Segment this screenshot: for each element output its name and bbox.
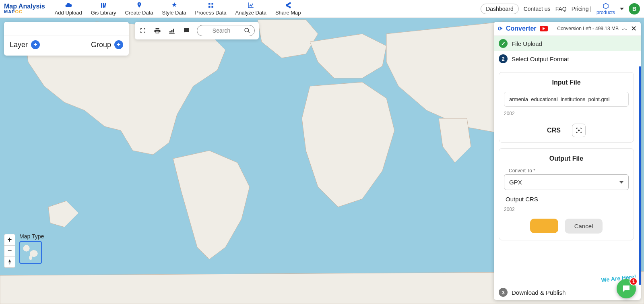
reset-bearing-button[interactable]: [4, 256, 15, 268]
chevron-down-icon: [619, 181, 623, 184]
brand[interactable]: Map Analysis MAPOG: [4, 3, 48, 14]
contact-link[interactable]: Contact us: [524, 6, 551, 12]
step-output-format[interactable]: 2 Select Output Format: [494, 51, 641, 66]
products-menu[interactable]: products: [597, 2, 615, 15]
output-file-card: Output File Convert To * GPX Output CRS …: [499, 148, 634, 240]
collapse-icon[interactable]: ︿: [622, 25, 627, 32]
add-group-button[interactable]: +: [114, 40, 123, 49]
crs-detect-button[interactable]: [572, 124, 586, 137]
refresh-icon[interactable]: ⟳: [498, 25, 503, 32]
youtube-icon[interactable]: [540, 26, 548, 31]
nav-gis-library[interactable]: Gis Library: [91, 2, 116, 16]
process-icon: [207, 2, 215, 9]
conversion-quota: Conversion Left - 499.13 MB: [557, 26, 619, 31]
input-heading: Input File: [504, 79, 629, 86]
focus-icon[interactable]: [139, 27, 147, 35]
topbar-right: Dashboard Contact us FAQ Pricing | produ…: [481, 2, 640, 15]
pricing-link[interactable]: Pricing |: [572, 6, 592, 12]
chat-icon: [621, 284, 631, 294]
step-1-label: File Upload: [512, 40, 542, 47]
layer-panel-header: [4, 22, 129, 35]
share-icon: [285, 2, 292, 9]
add-layer-button[interactable]: +: [31, 40, 40, 49]
input-crs-code: 2002: [504, 111, 629, 116]
convert-button[interactable]: [530, 219, 558, 233]
print-icon[interactable]: [153, 27, 161, 35]
svg-point-1: [578, 130, 579, 131]
converter-title: Converter: [506, 25, 537, 32]
layer-control: Layer +: [10, 40, 40, 49]
close-icon[interactable]: ✕: [631, 25, 637, 32]
layer-panel-row: Layer + Group +: [4, 35, 129, 54]
dashboard-button[interactable]: Dashboard: [481, 4, 519, 14]
scan-icon: [575, 127, 582, 134]
layer-panel: Layer + Group +: [4, 22, 129, 56]
chat-button[interactable]: 1: [617, 279, 636, 298]
zoom-controls: + −: [4, 234, 15, 268]
step-2-label: Select Output Format: [512, 56, 569, 62]
analyze-icon: [247, 2, 254, 9]
chat-badge: 1: [630, 277, 638, 285]
zoom-out-button[interactable]: −: [4, 245, 15, 256]
step-file-upload[interactable]: ✓ File Upload: [494, 36, 641, 51]
output-crs-link[interactable]: Output CRS: [506, 196, 627, 203]
chat-widget: We Are Here! 1: [617, 279, 636, 298]
convert-to-label: Convert To *: [509, 168, 629, 174]
chevron-down-icon[interactable]: [620, 8, 624, 10]
step-2-badge: 2: [499, 54, 508, 63]
compass-icon: [7, 259, 12, 265]
group-control: Group +: [91, 40, 123, 49]
map-type-thumbnail[interactable]: [19, 241, 42, 264]
check-icon: ✓: [499, 39, 508, 48]
user-avatar[interactable]: B: [629, 3, 640, 14]
pin-icon: [136, 2, 143, 9]
converter-buttons: Cancel: [504, 219, 629, 234]
nav-analyze-data[interactable]: Analyze Data: [235, 2, 266, 16]
converter-body: Input File armenia_educational_instituti…: [494, 66, 641, 285]
output-heading: Output File: [504, 155, 629, 162]
layer-label: Layer: [10, 41, 28, 49]
faq-link[interactable]: FAQ: [555, 6, 567, 12]
map-stage: Layer + Group + + − Map Type: [0, 18, 644, 304]
style-icon: [171, 2, 178, 9]
cube-icon: [602, 2, 609, 10]
nav-style-data[interactable]: Style Data: [162, 2, 186, 16]
map-toolbar: [135, 22, 259, 39]
input-file-card: Input File armenia_educational_instituti…: [499, 72, 634, 143]
search-input[interactable]: [201, 27, 242, 34]
brand-title: Map Analysis: [4, 3, 45, 10]
converter-header: ⟳ Converter Conversion Left - 499.13 MB …: [494, 22, 641, 36]
converter-panel: ⟳ Converter Conversion Left - 499.13 MB …: [494, 22, 641, 300]
step-3-badge: 3: [499, 288, 508, 297]
input-filename[interactable]: armenia_educational_institutions_point.g…: [504, 92, 629, 107]
convert-to-value: GPX: [509, 179, 522, 186]
nav-create-data[interactable]: Create Data: [125, 2, 153, 16]
search-icon: [244, 27, 250, 34]
zoom-in-button[interactable]: +: [4, 234, 15, 245]
nav-share-map[interactable]: Share Map: [275, 2, 301, 16]
cloud-icon: [65, 2, 72, 9]
comment-icon[interactable]: [182, 27, 190, 35]
map-type-selector: Map Type: [19, 233, 44, 264]
cancel-button[interactable]: Cancel: [565, 219, 603, 234]
step-3-label: Download & Publish: [512, 289, 566, 296]
brand-subtitle: MAPOG: [4, 10, 45, 14]
crs-link[interactable]: CRS: [547, 127, 561, 134]
map-type-label: Map Type: [19, 233, 44, 240]
output-crs-code: 2002: [504, 207, 629, 212]
main-nav: Add UploadGis LibraryCreate DataStyle Da…: [55, 2, 301, 16]
search-box[interactable]: [197, 25, 255, 36]
nav-add-upload[interactable]: Add Upload: [55, 2, 82, 16]
measure-icon[interactable]: [168, 27, 176, 35]
library-icon: [100, 2, 107, 9]
topbar: Map Analysis MAPOG Add UploadGis Library…: [0, 0, 644, 18]
nav-process-data[interactable]: Process Data: [195, 2, 227, 16]
convert-to-select[interactable]: GPX: [504, 174, 629, 190]
group-label: Group: [91, 41, 111, 49]
